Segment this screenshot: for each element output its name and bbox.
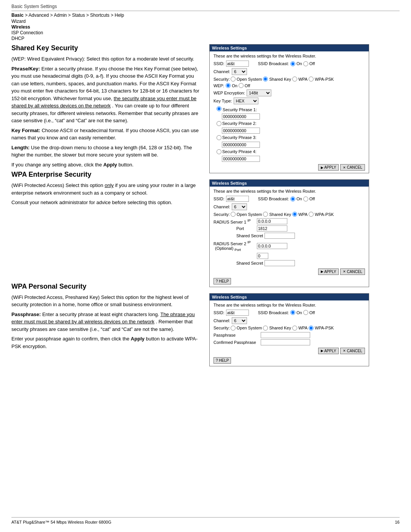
nav-wireless[interactable]: Wireless [11, 24, 400, 30]
shared-key-body: (WEP: Wired Equivalent Privacy): Select … [11, 55, 202, 168]
key-format-label: Key Format: [11, 128, 40, 133]
panel1-ssid-off-radio[interactable] [303, 61, 308, 66]
panel3-confirmed-input[interactable] [261, 339, 310, 345]
wpa-per-para2: Passphrase: Enter a security phrase at l… [11, 311, 202, 333]
key-format-para: Key Format: Choose ASCII or hexadecimal … [11, 127, 202, 142]
panel1-phrase3-input[interactable] [222, 142, 260, 148]
panel3-confirmed-label: Confirmed Passphrase [213, 340, 259, 345]
panel2-wpa-label: WPA [298, 212, 307, 217]
panel3-sharedkey-radio[interactable] [263, 326, 268, 331]
panel2-opensys-radio[interactable] [231, 212, 236, 217]
panel1-security-group: Open System Shared Key WPA WPA-PSK [231, 77, 334, 81]
panel2-cancel-button[interactable]: ✕ CANCEL [340, 268, 365, 275]
nav-isp[interactable]: ISP Connection [11, 30, 400, 35]
panel3-apply-icon: ▶ [321, 349, 323, 353]
panel3-cancel-label: CANCEL [347, 349, 362, 353]
panel1-ssid-input[interactable] [226, 61, 249, 67]
panel1-sharedkey-radio[interactable] [263, 77, 268, 81]
panel2-apply-button[interactable]: ▶ APPLY [318, 268, 339, 275]
panel2-radius1-port-row: Port [213, 225, 365, 232]
panel3-passphrase-input[interactable] [261, 332, 310, 338]
panel2-wpapsk-radio[interactable] [309, 212, 314, 217]
breadcrumb-advanced[interactable]: Advanced [29, 13, 49, 18]
panel2-radius2-ip-input[interactable] [257, 243, 287, 249]
panel2-cancel-label: CANCEL [347, 270, 362, 274]
panel2-channel-select[interactable]: 6 [232, 203, 247, 210]
wpa-per-para3: Enter your passphrase again to confirm, … [11, 335, 202, 350]
panel1-phrase4-radio[interactable] [217, 149, 221, 154]
panel1-phrase1-input[interactable] [222, 113, 260, 120]
wpa-per-body3: Enter your passphrase again to confirm, … [11, 336, 131, 342]
panel2-radius1-secret-row: Shared Secret [213, 233, 365, 239]
panel3-apply-button[interactable]: ▶ APPLY [318, 348, 339, 354]
panel1-phrase1-radio[interactable] [217, 106, 221, 111]
panel2-ssid-input[interactable] [226, 196, 249, 202]
panel3-ssid-on-radio[interactable] [290, 310, 295, 315]
breadcrumb-shortcuts[interactable]: Shortcuts [90, 13, 110, 18]
breadcrumb: Basic > Advanced > Admin > Status > Shor… [11, 13, 400, 18]
nav-wizard[interactable]: Wizard [11, 19, 400, 24]
panel1-opensys-label: Open System [237, 77, 262, 81]
panel2-radius1-secret-input[interactable] [264, 233, 295, 239]
passphrase-label-text: Passphrase: [11, 312, 41, 317]
panel2-sharedkey-radio[interactable] [263, 212, 268, 217]
panel2-btn-row: ▶ APPLY ✕ CANCEL [213, 268, 365, 275]
panel3-wpapsk-label: WPA-PSK [315, 326, 334, 330]
page-title-top: Basic System Settings [11, 4, 400, 9]
panel2-security-label: Security: [213, 212, 230, 217]
panel1-wep-off-radio[interactable] [239, 83, 244, 88]
panel1-wpapsk-label: WPA-PSK [315, 77, 334, 81]
panel3-wpapsk-radio[interactable] [309, 326, 314, 331]
wpa-per-apply-bold: Apply [131, 336, 145, 342]
panel1-wpa-radio[interactable] [292, 77, 297, 81]
panel1-ssid-on-radio[interactable] [290, 61, 295, 66]
panel2-cancel-icon: ✕ [343, 270, 346, 273]
panel2-ssid-off-label: Off [309, 197, 315, 201]
panel1-opensys-radio[interactable] [231, 77, 236, 81]
panel1-wep-label: WEP: [213, 83, 224, 88]
panel1-wpapsk-radio[interactable] [309, 77, 314, 81]
panel1-ssid-broadcast-group: On Off [290, 61, 315, 66]
length-body: Use the drop-down menu to choose a key l… [11, 145, 192, 158]
panel2-radius2-port-input[interactable] [257, 253, 268, 259]
panel3-cancel-button[interactable]: ✕ CANCEL [340, 348, 365, 354]
wireless-panel-2: Wireless Settings These are the wireless… [209, 179, 369, 287]
panel3-passphrase-label: Passphrase [213, 333, 259, 337]
panel2-radius2-secret-input[interactable] [264, 260, 295, 266]
wireless-panel-1: Wireless Settings These are the wireless… [209, 44, 369, 173]
panel2-radius1-ip-input[interactable] [257, 218, 287, 224]
panel3-ssid-input[interactable] [226, 310, 249, 316]
panel3-opensys-radio[interactable] [231, 326, 236, 331]
panel1-security-row: Security: Open System Shared Key WPA WPA… [213, 77, 365, 81]
panel1-wep-on-radio[interactable] [226, 83, 231, 88]
panel1-cancel-button[interactable]: ✕ CANCEL [340, 164, 365, 171]
panel3-header: Wireless Settings [210, 294, 369, 300]
panel3-ssid-on-label: On [296, 310, 302, 315]
panel1-phrase2-radio[interactable] [217, 121, 221, 126]
panel3-wpa-radio[interactable] [292, 326, 297, 331]
panel1-key-type-select[interactable]: HEX [234, 97, 258, 104]
panel3-help-icon: ? [216, 358, 218, 363]
panel1-phrase2-input[interactable] [222, 128, 260, 134]
panel1-wpa-label: WPA [298, 77, 307, 81]
nav-dhcp[interactable]: DHCP [11, 36, 400, 41]
panel3-help-label: HELP [219, 358, 229, 363]
panel2-ssid-on-radio[interactable] [290, 197, 295, 201]
panel2-ssid-off-radio[interactable] [303, 197, 308, 201]
panel1-phrase1-row: Security Phrase 1: [217, 106, 365, 112]
length-para: Length: Use the drop-down menu to choose… [11, 144, 202, 159]
panel1-apply-button[interactable]: ▶ APPLY [318, 164, 339, 171]
wpa-ent-para2: Consult your network administrator for a… [11, 199, 202, 206]
panel1-phrase4-input[interactable] [222, 156, 260, 162]
panel2-help-button[interactable]: ? HELP [213, 278, 231, 284]
panel3-channel-select[interactable]: 6 [232, 317, 247, 324]
panel2-radius1-port-input[interactable] [257, 225, 287, 232]
panel2-radius2-section: RADIUS Server 2 IP(Optional) Port Shared… [213, 240, 365, 266]
panel1-phrase3-radio[interactable] [217, 135, 221, 140]
panel2-wpa-radio[interactable] [292, 212, 297, 217]
panel3-ssid-off-radio[interactable] [303, 310, 308, 315]
panel2-channel-row: Channel: 6 [213, 203, 365, 210]
panel1-wep-enc-select[interactable]: 148it [247, 89, 271, 96]
panel3-help-button[interactable]: ? HELP [213, 357, 231, 364]
panel1-channel-select[interactable]: 6 [232, 68, 247, 75]
